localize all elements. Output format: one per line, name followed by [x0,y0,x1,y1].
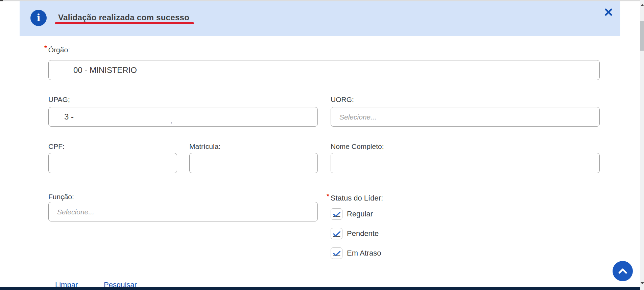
checkbox-label: Regular [347,210,373,218]
checkbox-label: Pendente [347,229,379,238]
nome-completo-input[interactable] [331,153,600,173]
checkbox-pendente[interactable]: Pendente [331,228,379,239]
close-icon[interactable] [604,7,613,17]
upag-label: UPAG; [48,96,70,104]
checkbox-check-icon [331,247,342,259]
uorg-label: UORG: [331,96,354,104]
nome-completo-label: Nome Completo: [331,142,384,151]
orgao-input[interactable] [48,60,600,80]
scrollbar-up-arrow-icon[interactable] [641,4,644,6]
info-icon: i [30,10,47,26]
checkbox-check-icon [331,228,342,239]
checkbox-em-atraso[interactable]: Em Atraso [331,247,381,259]
matricula-input[interactable] [189,153,318,173]
cpf-label: CPF: [48,142,65,151]
red-underline-annotation [55,22,194,24]
footer-navy-bar [0,287,640,290]
required-asterisk: * [327,192,329,200]
validation-search-page: i Validação realizada com sucesso *Órgão… [0,0,644,290]
upag-stray-mark: , [171,118,172,124]
checkbox-label: Em Atraso [347,249,381,258]
scrollbar-down-arrow-icon[interactable] [641,282,644,284]
funcao-label: Função: [48,193,74,201]
checkbox-check-icon [331,208,342,220]
status-lider-label: *Status do Líder: [327,194,383,203]
upag-input[interactable] [48,107,318,127]
scroll-to-top-button[interactable] [613,261,633,281]
funcao-select[interactable] [48,202,318,221]
close-x-glyph [605,8,612,16]
required-asterisk: * [44,44,47,52]
cpf-input[interactable] [48,153,177,173]
scrollbar-thumb[interactable] [640,21,644,51]
uorg-select[interactable] [331,107,600,127]
checkbox-regular[interactable]: Regular [331,208,373,220]
chevron-up-icon [618,268,628,274]
orgao-label: *Órgão: [44,46,70,54]
window-corner-notch [0,0,3,1]
banner-title: Validação realizada com sucesso [58,13,189,22]
matricula-label: Matrícula: [189,142,220,151]
